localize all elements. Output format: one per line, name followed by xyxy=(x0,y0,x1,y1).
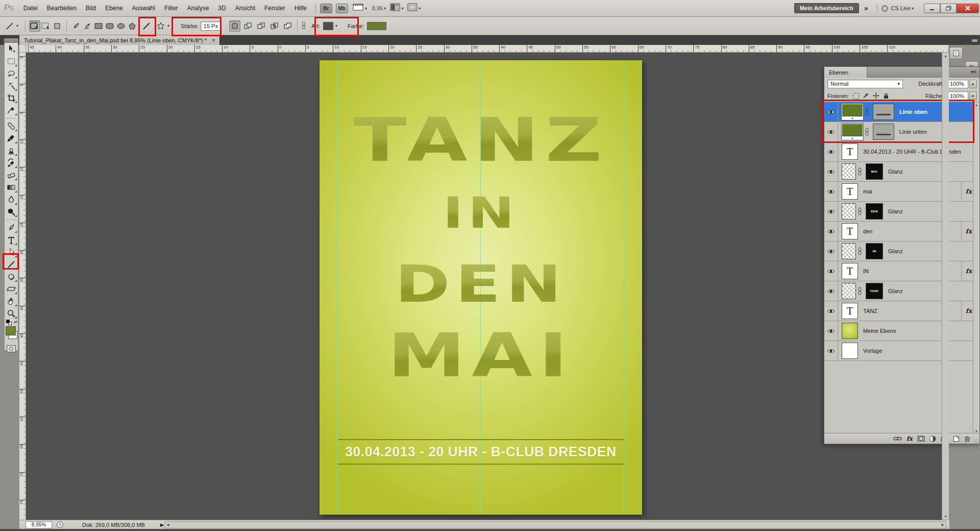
quick-mask-button[interactable] xyxy=(7,345,16,352)
add-mask-icon[interactable] xyxy=(917,436,925,442)
menu-item[interactable]: Hilfe xyxy=(290,3,311,14)
layer-name[interactable]: mai xyxy=(863,188,872,195)
layer-row-mai[interactable]: T mai fx▾ xyxy=(824,182,979,202)
layer-row-linie-oben[interactable]: ▴ Linie oben xyxy=(824,102,979,122)
history-brush-tool[interactable] xyxy=(5,157,18,169)
blur-tool[interactable] xyxy=(5,194,18,206)
text-layer-icon[interactable]: T xyxy=(847,186,853,198)
scroll-up-icon[interactable]: ▲ xyxy=(973,103,979,107)
panel-menu-icon[interactable]: ▾≡ xyxy=(971,69,976,75)
layer-style-icon[interactable]: fx xyxy=(906,435,913,442)
layer-name[interactable]: Linie oben xyxy=(899,109,927,115)
layer-mask-thumbnail[interactable]: IN xyxy=(866,243,883,259)
brush-tool[interactable] xyxy=(5,132,18,144)
layer-thumbnail[interactable] xyxy=(842,243,856,259)
panel-resize-grip[interactable] xyxy=(974,439,978,443)
custom-shape-tool-button[interactable] xyxy=(155,20,166,32)
opacity-spinner[interactable]: ▸ xyxy=(969,80,977,88)
combine-add-button[interactable] xyxy=(242,20,254,32)
polygon-tool-button[interactable] xyxy=(127,20,138,32)
text-layer-icon[interactable]: T xyxy=(847,226,853,237)
pen-tool-button[interactable] xyxy=(70,20,82,32)
layer-row-den[interactable]: T den fx▾ xyxy=(824,222,979,242)
visibility-toggle[interactable] xyxy=(824,102,838,122)
visibility-toggle[interactable] xyxy=(824,122,838,142)
scroll-down-icon[interactable]: ▼ xyxy=(942,515,949,518)
new-layer-icon[interactable] xyxy=(953,436,960,442)
style-link-icon[interactable] xyxy=(301,21,306,31)
fill-spinner[interactable]: ▸ xyxy=(969,91,977,100)
vertical-scrollbar[interactable]: ▲ ▼ xyxy=(942,53,949,520)
minimize-button[interactable] xyxy=(924,4,940,13)
menu-item[interactable]: Datei xyxy=(19,3,42,14)
freeform-pen-tool-button[interactable] xyxy=(82,20,93,32)
bridge-button[interactable]: Br xyxy=(320,4,332,13)
layer-row-glanz-in[interactable]: IN Glanz xyxy=(824,242,979,261)
layer-row-glanz-den[interactable]: DEN Glanz xyxy=(824,202,979,222)
visibility-toggle[interactable] xyxy=(824,341,838,361)
paths-mode-button[interactable] xyxy=(40,20,52,32)
guides-extras-icon[interactable] xyxy=(353,3,364,13)
lock-pixels-icon[interactable] xyxy=(863,92,869,99)
layer-name[interactable]: Meine Ebene xyxy=(863,328,896,334)
menu-item[interactable]: Ansicht xyxy=(231,3,260,14)
swap-colors-icon[interactable]: ⇄ xyxy=(14,320,17,324)
visibility-toggle[interactable] xyxy=(824,261,838,281)
clone-stamp-tool[interactable] xyxy=(5,144,18,157)
layer-name[interactable]: Glanz xyxy=(888,248,903,254)
default-colors-icon[interactable] xyxy=(6,320,12,325)
crop-tool[interactable] xyxy=(5,92,18,104)
menu-item[interactable]: 3D xyxy=(213,3,230,14)
menu-item[interactable]: Fenster xyxy=(260,3,290,14)
vector-mask-thumbnail[interactable] xyxy=(873,104,894,120)
caret-down-icon[interactable]: ▾ xyxy=(335,23,337,28)
zoom-level-value[interactable]: 8,95 xyxy=(372,5,383,11)
healing-brush-tool[interactable] xyxy=(5,120,18,132)
line-tool-button[interactable] xyxy=(141,20,152,32)
text-layer-icon[interactable]: T xyxy=(847,305,853,317)
arrange-documents-icon[interactable] xyxy=(390,3,400,13)
caret-down-icon[interactable]: ▾ xyxy=(401,6,403,11)
scroll-left-icon[interactable]: ◀ xyxy=(166,523,169,527)
layer-row-in[interactable]: T IN fx▾ xyxy=(824,261,979,281)
layer-row-tanz[interactable]: T TANZ fx▾ xyxy=(824,301,979,321)
layer-mask-thumbnail[interactable]: TANZ xyxy=(866,283,883,299)
delete-layer-icon[interactable] xyxy=(964,436,970,442)
shape-color-swatch[interactable] xyxy=(367,22,386,30)
screen-mode-icon[interactable] xyxy=(407,3,418,13)
layer-name[interactable]: Glanz xyxy=(888,288,903,294)
eyedropper-tool[interactable] xyxy=(5,104,18,116)
visibility-toggle[interactable] xyxy=(824,242,838,261)
visibility-toggle[interactable] xyxy=(824,321,838,341)
foreground-color-swatch[interactable] xyxy=(6,326,16,335)
vector-mask-thumbnail[interactable] xyxy=(873,124,894,140)
visibility-toggle[interactable] xyxy=(824,162,838,182)
layer-thumbnail[interactable] xyxy=(842,323,858,339)
move-tool[interactable] xyxy=(5,43,18,55)
adjustment-layer-icon[interactable] xyxy=(929,436,936,442)
menu-item[interactable]: Filter xyxy=(160,3,183,14)
close-button[interactable] xyxy=(957,4,979,13)
layer-name[interactable]: Linie unten xyxy=(899,129,927,135)
layer-thumbnail[interactable] xyxy=(842,163,856,180)
blend-mode-select[interactable]: Normal ▾ xyxy=(827,80,903,88)
type-tool[interactable] xyxy=(5,234,18,246)
tab-close-icon[interactable]: × xyxy=(212,37,215,44)
workspace-button[interactable]: Mein Arbeitsbereich xyxy=(794,3,859,13)
caret-down-icon[interactable]: ▾ xyxy=(16,23,18,28)
pen-tool[interactable] xyxy=(5,222,18,234)
rounded-rectangle-tool-button[interactable] xyxy=(104,20,115,32)
layer-row-linie-unten[interactable]: ▴ Linie unten xyxy=(824,122,979,142)
opacity-field[interactable]: 100% xyxy=(946,80,968,88)
layer-row-glanz-tanz[interactable]: TANZ Glanz xyxy=(824,281,979,301)
visibility-toggle[interactable] xyxy=(824,142,838,162)
magic-wand-tool[interactable] xyxy=(5,80,18,92)
combine-new-button[interactable] xyxy=(229,20,240,32)
text-layer-icon[interactable]: T xyxy=(847,266,853,277)
collapsed-panel-button[interactable] xyxy=(949,47,963,59)
layer-thumbnail[interactable] xyxy=(842,203,856,220)
lock-all-icon[interactable] xyxy=(883,92,889,99)
3d-rotate-tool[interactable] xyxy=(5,271,18,283)
caret-down-icon[interactable]: ▾ xyxy=(365,6,367,11)
poster-document[interactable]: TANZ IN DEN MAI 30.04.2013 - 20 UHR - B-… xyxy=(320,60,642,515)
